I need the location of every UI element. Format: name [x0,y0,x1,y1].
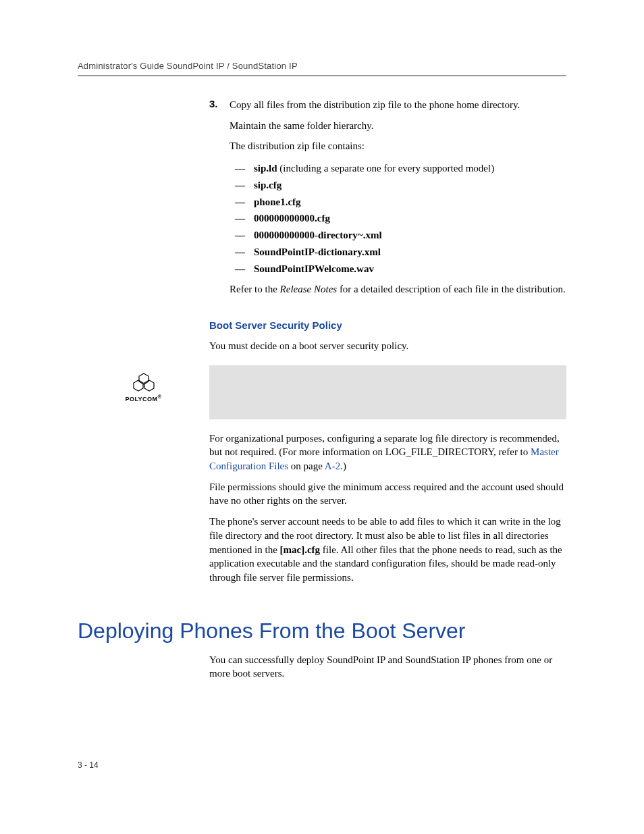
note-box [209,365,566,419]
main-content: 3. Copy all files from the distribution … [209,98,566,585]
running-header: Administrator's Guide SoundPoint IP / So… [78,61,566,71]
file-name: sip.ld [254,163,277,174]
section-heading: Deploying Phones From the Boot Server [78,619,566,644]
list-item: sip.ld (including a separate one for eve… [230,160,566,177]
list-item: SoundPointIP-dictionary.xml [230,244,566,261]
svg-marker-1 [134,380,143,391]
subsection-heading: Boot Server Security Policy [209,319,566,331]
text-fragment: For organizational purposes, configuring… [209,433,560,458]
note-block: POLYCOM® [78,365,566,419]
numbered-step: 3. Copy all files from the distribution … [209,98,566,112]
step-number: 3. [209,98,230,112]
body-paragraph: You must decide on a boot server securit… [209,339,566,353]
file-name: 000000000000.cfg [254,213,330,224]
text-fragment: Refer to the [230,284,280,294]
bold-text: [mac].cfg [280,544,321,555]
step-subtext: The distribution zip file contains: [230,139,566,153]
refer-text: Refer to the Release Notes for a detaile… [230,282,566,296]
major-section: Deploying Phones From the Boot Server Yo… [78,619,566,681]
polycom-logo-icon [130,372,157,392]
file-name: SoundPointIPWelcome.wav [254,263,374,274]
list-item: SoundPointIPWelcome.wav [230,261,566,278]
svg-marker-2 [144,380,154,391]
body-paragraph: File permissions should give the minimum… [209,480,566,508]
file-desc: (including a separate one for every supp… [277,163,495,174]
document-page: Administrator's Guide SoundPoint IP / So… [0,0,644,834]
step-subtext: Maintain the same folder hierarchy. [230,119,566,133]
step-text: Copy all files from the distribution zip… [230,98,520,112]
text-fragment: .) [340,461,346,471]
logo-container: POLYCOM® [78,365,209,402]
header-rule [78,75,566,76]
list-item: 000000000000-directory~.xml [230,227,566,244]
list-item: 000000000000.cfg [230,210,566,227]
file-name: sip.cfg [254,180,281,190]
file-name: 000000000000-directory~.xml [254,230,382,240]
svg-marker-0 [139,373,149,384]
body-paragraph: You can successfully deploy SoundPoint I… [209,653,566,681]
logo-label: POLYCOM® [78,394,209,402]
file-list: sip.ld (including a separate one for eve… [230,160,566,277]
body-paragraph: The phone's server account needs to be a… [209,515,566,584]
file-name: SoundPointIP-dictionary.xml [254,246,381,257]
list-item: phone1.cfg [230,194,566,211]
page-number: 3 - 14 [78,760,99,770]
italic-text: Release Notes [280,284,338,294]
text-fragment: for a detailed description of each file … [337,284,566,294]
body-paragraph: For organizational purposes, configuring… [209,432,566,473]
list-item: sip.cfg [230,177,566,194]
file-name: phone1.cfg [254,197,301,207]
page-reference-link[interactable]: A-2 [325,461,340,471]
text-fragment: on page [288,461,325,471]
text-fragment: POLYCOM [125,396,157,402]
